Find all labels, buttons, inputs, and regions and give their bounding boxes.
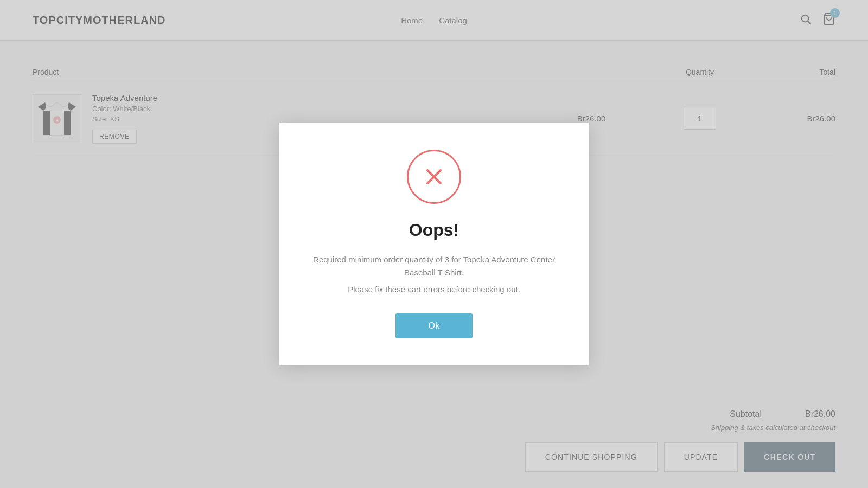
modal-title: Oops! bbox=[409, 220, 459, 240]
modal-ok-button[interactable]: Ok bbox=[395, 313, 472, 338]
error-modal: Oops! Required minimum order quantity of… bbox=[279, 123, 589, 365]
x-icon bbox=[421, 164, 447, 190]
modal-message: Required minimum order quantity of 3 for… bbox=[312, 253, 556, 279]
modal-backdrop: Oops! Required minimum order quantity of… bbox=[0, 0, 868, 488]
modal-fix-text: Please fix these cart errors before chec… bbox=[348, 285, 520, 294]
error-icon-circle bbox=[407, 150, 461, 204]
